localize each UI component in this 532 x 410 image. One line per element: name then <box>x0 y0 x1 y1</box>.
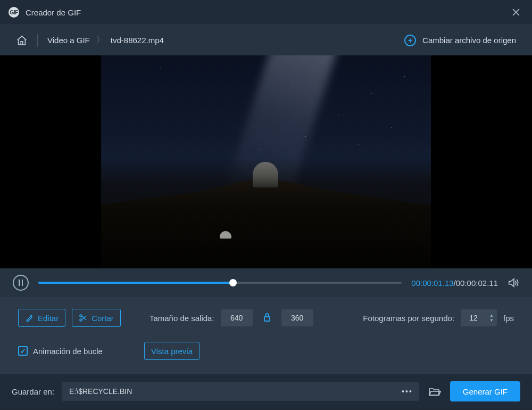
cut-button[interactable]: Cortar <box>72 309 121 327</box>
generate-label: Generar GIF <box>463 387 508 396</box>
browse-path-button[interactable]: ••• <box>401 387 414 396</box>
home-button[interactable] <box>16 35 28 46</box>
options-panel: Editar Cortar Tamaño de salida: 640 360 … <box>0 297 532 374</box>
edit-button[interactable]: Editar <box>18 309 65 327</box>
chevron-right-icon: 〉 <box>96 35 104 45</box>
current-time: 00:00:01.13 <box>411 278 453 288</box>
change-source-button[interactable]: + Cambiar archivo de origen <box>404 35 516 46</box>
height-input[interactable]: 360 <box>281 309 313 326</box>
nav-row: Video a GIF 〉 tvd-88622.mp4 + Cambiar ar… <box>0 24 532 55</box>
decor-observatory <box>253 162 278 187</box>
check-icon: ✓ <box>20 347 26 355</box>
wand-icon <box>25 314 34 322</box>
seek-fill <box>38 282 233 284</box>
fps-stepper[interactable]: 12 ▲ ▼ <box>461 309 497 326</box>
close-button[interactable] <box>510 6 522 19</box>
breadcrumb-file: tvd-88622.mp4 <box>111 36 164 45</box>
folder-open-icon <box>428 386 441 397</box>
window-title: Creador de GIF <box>26 8 81 17</box>
svg-point-0 <box>80 315 82 317</box>
titlebar: GIF Creador de GIF <box>0 0 532 24</box>
save-path-value: E:\$RECYCLE.BIN <box>69 387 132 396</box>
scissors-icon <box>79 314 87 322</box>
save-path-field[interactable]: E:\$RECYCLE.BIN ••• <box>62 382 419 401</box>
cut-label: Cortar <box>92 314 114 323</box>
generate-button[interactable]: Generar GIF <box>450 381 520 401</box>
video-preview-area <box>0 55 532 268</box>
save-in-label: Guardar en: <box>12 387 54 396</box>
separator <box>37 34 38 47</box>
close-icon <box>512 8 520 17</box>
home-icon <box>16 35 28 46</box>
svg-rect-2 <box>264 317 270 321</box>
fps-down-icon[interactable]: ▼ <box>489 318 494 323</box>
output-size-label: Tamaño de salida: <box>149 314 214 323</box>
svg-point-1 <box>80 319 82 321</box>
loop-checkbox[interactable]: ✓ <box>18 346 28 356</box>
width-input[interactable]: 640 <box>221 309 253 326</box>
time-display: 00:00:01.13/00:00:02.11 <box>411 278 498 288</box>
preview-label: Vista previa <box>151 347 193 356</box>
breadcrumb-root[interactable]: Video a GIF <box>47 36 90 45</box>
fps-value: 12 <box>461 314 486 322</box>
seek-slider[interactable] <box>38 282 402 284</box>
video-canvas[interactable] <box>101 55 431 268</box>
volume-button[interactable] <box>508 277 519 288</box>
change-source-label: Cambiar archivo de origen <box>422 36 516 45</box>
pause-icon <box>19 280 23 286</box>
pause-button[interactable] <box>13 275 29 291</box>
fps-unit: fps <box>503 314 514 323</box>
loop-checkbox-wrap[interactable]: ✓ Animación de bucle <box>18 346 103 356</box>
fps-label: Fotogramas por segundo: <box>363 314 454 323</box>
seek-thumb[interactable] <box>229 279 237 286</box>
lock-icon <box>263 313 271 322</box>
fps-up-icon[interactable]: ▲ <box>489 314 494 318</box>
volume-icon <box>508 277 519 288</box>
open-folder-button[interactable] <box>427 386 443 397</box>
total-time: 00:00:02.11 <box>456 278 498 288</box>
plus-circle-icon: + <box>404 35 416 46</box>
app-logo-icon: GIF <box>9 7 19 18</box>
edit-label: Editar <box>38 314 59 323</box>
aspect-lock-button[interactable] <box>259 313 275 323</box>
footer: Guardar en: E:\$RECYCLE.BIN ••• Generar … <box>0 374 532 409</box>
playback-row: 00:00:01.13/00:00:02.11 <box>0 268 532 297</box>
preview-button[interactable]: Vista previa <box>144 342 200 360</box>
loop-label: Animación de bucle <box>33 347 103 356</box>
